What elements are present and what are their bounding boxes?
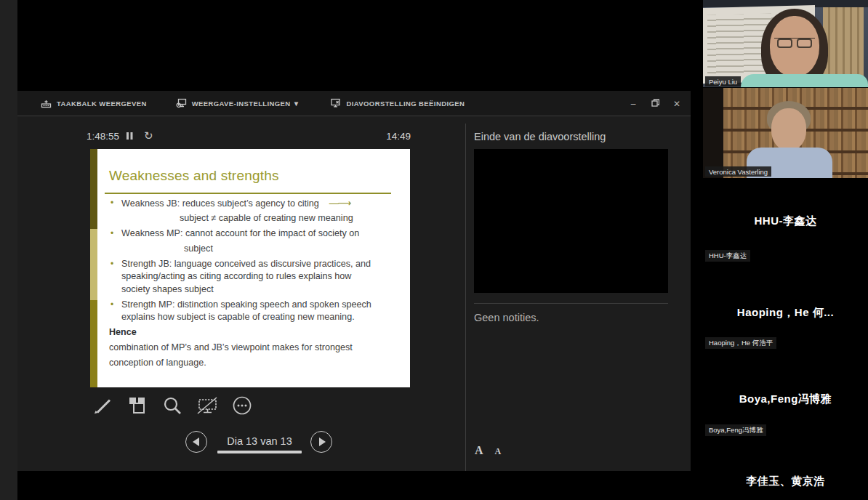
background-shadow xyxy=(703,88,723,178)
slide-counter-label: Dia 13 van 13 xyxy=(217,435,302,447)
pause-timer-button[interactable] xyxy=(126,132,134,142)
notes-font-controls: A A xyxy=(475,444,501,457)
video-tile-peiyu-liu[interactable]: Peiyu Liu xyxy=(703,0,868,87)
black-screen-button[interactable] xyxy=(196,395,218,416)
arrow-right-icon xyxy=(319,438,326,446)
window-controls: – ✕ xyxy=(627,91,683,116)
participant-shirt xyxy=(741,74,868,87)
slide-content: Weaknesses and strengths •Weakness JB: r… xyxy=(97,149,406,387)
previous-slide-button[interactable] xyxy=(185,431,207,453)
current-slide[interactable]: Weaknesses and strengths •Weakness JB: r… xyxy=(90,149,410,387)
timer-row: 1:48:55 ↻ 14:49 xyxy=(87,129,406,145)
participant-display-name: HHU-李鑫达 xyxy=(703,214,868,228)
participant-tile-hhu[interactable]: HHU-李鑫达 HHU-李鑫达 xyxy=(703,178,868,265)
display-settings-label: WEERGAVE-INSTELLINGEN ▼ xyxy=(192,100,300,108)
arrow-left-icon xyxy=(193,438,199,446)
pane-divider[interactable] xyxy=(465,124,466,471)
pause-icon xyxy=(126,132,134,140)
see-all-slides-button[interactable] xyxy=(126,395,148,416)
participant-name-label: Boya,Feng冯博雅 xyxy=(705,424,766,436)
end-slideshow-label: DIAVOORSTELLING BEËINDIGEN xyxy=(346,100,465,108)
slide-bullet: •Strength MP: distinction speaking speec… xyxy=(109,299,406,311)
participant-tile-boya[interactable]: Boya,Feng冯博雅 Boya,Feng冯博雅 xyxy=(703,352,868,440)
slide-bullet: •Weakness MP: cannot account for the imp… xyxy=(109,227,406,240)
participant-name-label: Haoping，He 何浩平 xyxy=(705,337,776,349)
magnifier-icon xyxy=(162,395,182,416)
slide-navigation: Dia 13 van 13 xyxy=(185,431,338,456)
show-taskbar-button[interactable]: TAAKBALK WEERGEVEN xyxy=(41,98,147,108)
slide-line: society shapes subject xyxy=(109,283,406,296)
desktop-left-strip xyxy=(0,0,17,500)
elapsed-timer: 1:48:55 xyxy=(87,131,119,142)
pen-icon xyxy=(92,395,113,416)
glasses xyxy=(774,38,815,48)
presenter-view-window: TAAKBALK WEERGEVEN WEERGAVE-INSTELLINGEN… xyxy=(17,91,691,471)
slide-line: subject xyxy=(109,243,406,255)
display-settings-button[interactable]: WEERGAVE-INSTELLINGEN ▼ xyxy=(176,98,300,108)
restart-timer-button[interactable]: ↻ xyxy=(144,129,153,142)
ellipsis-icon xyxy=(232,395,252,416)
next-slide-button[interactable] xyxy=(310,431,332,453)
slide-line: speaking/acting as citing according to r… xyxy=(109,270,406,283)
end-slideshow-button[interactable]: DIAVOORSTELLING BEËINDIGEN xyxy=(330,98,465,108)
slide-counter: Dia 13 van 13 xyxy=(217,435,302,453)
pen-tool-button[interactable] xyxy=(91,395,113,416)
bullet-marker: • xyxy=(110,258,113,270)
bullet-marker: • xyxy=(110,227,113,240)
taskbar-icon xyxy=(41,98,52,108)
close-button[interactable]: ✕ xyxy=(670,97,683,110)
slide-body: •Weakness JB: reduces subject’s agency t… xyxy=(109,197,406,369)
font-decrease-button[interactable]: A xyxy=(495,446,502,457)
participant-display-name: 李佳玉、黄京浩 xyxy=(703,475,868,488)
restore-button[interactable] xyxy=(648,97,662,110)
show-taskbar-label: TAAKBALK WEERGEVEN xyxy=(57,100,147,108)
participant-name-label: Peiyu Liu xyxy=(705,76,741,86)
participant-name-label: HHU-李鑫达 xyxy=(705,250,750,262)
bullet-marker: • xyxy=(110,197,113,209)
clock: 14:49 xyxy=(363,131,411,142)
slide-accent-bar xyxy=(90,149,97,387)
slide-bullet: •Weakness JB: reduces subject’s agency t… xyxy=(109,197,406,209)
notes-text: Geen notities. xyxy=(474,312,539,323)
next-slide-preview[interactable] xyxy=(474,149,668,293)
slide-line: conception of language. xyxy=(109,357,406,369)
bullet-marker: • xyxy=(110,299,113,311)
participant-name-label: Veronica Vasterling xyxy=(705,166,771,177)
restore-icon xyxy=(651,99,659,107)
participant-tile-haoping[interactable]: Haoping，He 何... Haoping，He 何浩平 xyxy=(703,265,868,352)
presenter-toolbar: TAAKBALK WEERGEVEN WEERGAVE-INSTELLINGEN… xyxy=(17,91,691,116)
slide-thumbnails-icon xyxy=(127,395,148,416)
font-increase-button[interactable]: A xyxy=(475,444,483,457)
participant-tile-lijiayu[interactable]: 李佳玉、黄京浩 xyxy=(703,440,868,500)
next-slide-header: Einde van de diavoorstelling xyxy=(474,131,606,142)
slide-progress-bar xyxy=(217,451,302,453)
participant-face xyxy=(771,108,806,150)
slide-divider-line xyxy=(105,193,391,194)
slide-line: explains how subject is capable of creat… xyxy=(109,311,406,323)
slide-line: combination of MP’s and JB’s viewpoint m… xyxy=(109,342,406,354)
participants-sidebar: Peiyu Liu Veronica Vasterling HHU-李鑫达 HH… xyxy=(703,0,868,500)
slide-title: Weaknesses and strengths xyxy=(109,168,406,184)
annotation-tools xyxy=(91,395,253,416)
slide-line: Hence xyxy=(109,326,406,339)
arrow-annotation: —⟶ xyxy=(329,198,351,209)
more-options-button[interactable] xyxy=(230,395,253,416)
participant-display-name: Haoping，He 何... xyxy=(703,306,868,320)
screen-slash-icon xyxy=(196,395,218,416)
participant-display-name: Boya,Feng冯博雅 xyxy=(703,392,868,406)
minimize-button[interactable]: – xyxy=(627,97,640,110)
slide-bullet: •Strength JB: language conceived as disc… xyxy=(109,258,406,270)
end-slideshow-icon xyxy=(330,98,341,108)
slide-line: subject ≠ capable of creating new meanin… xyxy=(109,212,406,225)
notes-divider[interactable] xyxy=(474,303,668,304)
display-settings-icon xyxy=(176,98,187,108)
video-tile-veronica-vasterling[interactable]: Veronica Vasterling xyxy=(703,88,868,178)
zoom-slide-button[interactable] xyxy=(161,395,183,416)
